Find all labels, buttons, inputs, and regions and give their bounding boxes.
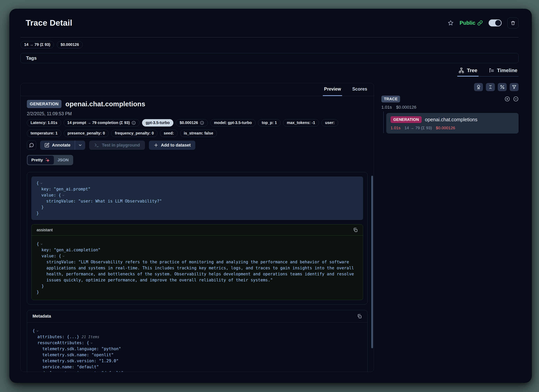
model-param-chip: model: gpt-3.5-turbo	[210, 119, 255, 127]
trace-detail-window: Trace Detail Public 14 → 79 (	[9, 9, 532, 383]
trace-cost-badge: $0.000126	[57, 41, 83, 48]
observation-detail: GENERATION openai.chat.completions 2/2/2…	[21, 96, 374, 372]
tree-controls	[381, 83, 519, 91]
trace-latency: 1.01s	[381, 105, 392, 110]
panel-scrollbar[interactable]	[371, 176, 373, 348]
zoom-in-button[interactable]	[505, 96, 510, 102]
terminal-icon	[94, 143, 99, 148]
tab-scores[interactable]: Scores	[351, 83, 368, 96]
max-tokens-chip: max_tokens: -1	[283, 119, 319, 127]
generation-type-badge: GENERATION	[390, 116, 422, 123]
star-icon	[448, 20, 454, 26]
award-icon	[476, 84, 481, 90]
annotation-queue-button[interactable]	[474, 83, 483, 91]
assistant-output-content: { key: "gen_ai.completion" value: { stri…	[32, 236, 363, 300]
tab-timeline[interactable]: Timeline	[487, 66, 519, 77]
filter-button[interactable]	[510, 83, 519, 91]
collapse-caret-icon[interactable]	[40, 243, 43, 246]
io-card: { key: "gen_ai.prompt" value: { stringVa…	[27, 172, 368, 305]
filter-icon	[512, 84, 517, 90]
collapse-caret-icon[interactable]	[62, 194, 65, 197]
public-label: Public	[460, 20, 475, 26]
header: Trace Detail Public	[20, 9, 519, 37]
user-chip: user:	[322, 119, 338, 127]
link-icon	[477, 20, 483, 26]
sparkles-icon	[45, 157, 50, 163]
delete-button[interactable]	[507, 18, 519, 28]
trace-metrics: 1.01s $0.000126	[381, 105, 519, 110]
info-icon	[131, 121, 136, 125]
trace-summary: 14 → 79 (Σ 93) $0.000126	[20, 41, 519, 48]
tab-preview[interactable]: Preview	[323, 83, 342, 96]
node-cost: $0.000126	[436, 126, 455, 130]
generation-node-card[interactable]: GENERATION openai.chat.completions 1.01s…	[386, 113, 519, 133]
trace-root-row[interactable]: TRACE	[381, 96, 519, 102]
collapse-caret-icon[interactable]	[90, 342, 93, 345]
assistant-label: assistant	[37, 228, 53, 232]
annotate-button[interactable]: Annotate	[40, 141, 85, 150]
zoom-out-button[interactable]	[513, 96, 519, 102]
tab-tree-label: Tree	[467, 67, 477, 73]
annotate-dropdown[interactable]	[75, 141, 85, 150]
model-chip[interactable]: gpt-3.5-turbo	[142, 119, 173, 127]
toggle-knob	[495, 20, 501, 26]
test-in-playground-button[interactable]: Test in playground	[89, 141, 145, 150]
tab-tree[interactable]: Tree	[457, 66, 478, 77]
collapse-caret-icon[interactable]	[36, 330, 39, 333]
collapse-caret-icon[interactable]	[40, 182, 43, 185]
comment-button[interactable]	[27, 141, 36, 150]
copy-icon	[357, 314, 362, 319]
timeline-icon	[489, 67, 495, 73]
copy-button[interactable]	[357, 314, 362, 319]
view-tabs: Tree Timeline	[20, 66, 519, 77]
fold-vertical-icon	[488, 84, 493, 90]
header-divider	[20, 37, 519, 38]
generation-node-name: openai.chat.completions	[425, 117, 477, 123]
latency-chip: Latency: 1.01s	[27, 119, 61, 127]
view-tabs-list: Tree Timeline	[457, 66, 519, 77]
observation-chips-row2: temperature: 1 presence_penalty: 0 frequ…	[27, 130, 368, 137]
seed-chip: seed:	[160, 130, 178, 137]
collapse-caret-icon[interactable]	[62, 255, 65, 258]
frequency-penalty-chip: frequency_penalty: 0	[111, 130, 157, 137]
show-metrics-button[interactable]	[498, 83, 507, 91]
trace-cost: $0.000126	[396, 105, 416, 110]
node-usage: 14 → 79 (Σ 93)	[404, 126, 432, 130]
metadata-content: { attributes: {...}21 Items resourceAttr…	[27, 323, 367, 372]
is-stream-chip: is_stream: false	[180, 130, 217, 137]
tags-label: Tags	[26, 55, 37, 61]
annotate-icon	[44, 143, 49, 148]
metadata-card: Metadata { attributes: {...}21 Items res…	[27, 310, 368, 372]
input-block: { key: "gen_ai.prompt" value: { stringVa…	[31, 176, 363, 220]
tab-timeline-label: Timeline	[497, 67, 517, 73]
trace-tree-sidebar: TRACE 1.01s $0.000126 GENERATION openai.…	[381, 83, 519, 372]
cost-chip[interactable]: $0.000126	[176, 119, 208, 127]
bookmark-button[interactable]	[448, 20, 454, 26]
format-pretty-label: Pretty	[31, 158, 43, 162]
observation-timestamp: 2/2/2025, 11:09:53 PM	[27, 111, 368, 116]
temperature-chip: temperature: 1	[27, 130, 61, 137]
tree-node: GENERATION openai.chat.completions 1.01s…	[381, 113, 519, 133]
format-pretty[interactable]: Pretty	[28, 156, 54, 164]
copy-button[interactable]	[353, 227, 358, 232]
header-actions: Public	[448, 18, 519, 28]
tags-section[interactable]: Tags	[20, 53, 519, 63]
public-link[interactable]: Public	[460, 20, 483, 26]
format-toggle: Pretty JSON	[27, 155, 368, 165]
observation-chips-row1: Latency: 1.01s 14 prompt → 79 completion…	[27, 119, 368, 127]
info-icon	[200, 121, 204, 125]
observation-panel: Preview Scores GENERATION openai.chat.co…	[20, 83, 374, 372]
observation-name: openai.chat.completions	[65, 100, 145, 108]
observation-type-badge: GENERATION	[27, 100, 62, 108]
format-json[interactable]: JSON	[54, 156, 72, 164]
panel-tabs: Preview Scores	[21, 83, 374, 96]
top-p-chip: top_p: 1	[258, 119, 281, 127]
page-title: Trace Detail	[26, 18, 72, 28]
format-json-label: JSON	[58, 158, 69, 162]
collapse-all-button[interactable]	[486, 83, 495, 91]
metadata-label: Metadata	[33, 314, 51, 319]
percent-icon	[500, 84, 505, 90]
token-detail-chip[interactable]: 14 prompt → 79 completion (Σ 93)	[64, 119, 140, 127]
add-to-dataset-button[interactable]: Add to dataset	[149, 141, 195, 150]
public-toggle[interactable]	[489, 19, 502, 26]
